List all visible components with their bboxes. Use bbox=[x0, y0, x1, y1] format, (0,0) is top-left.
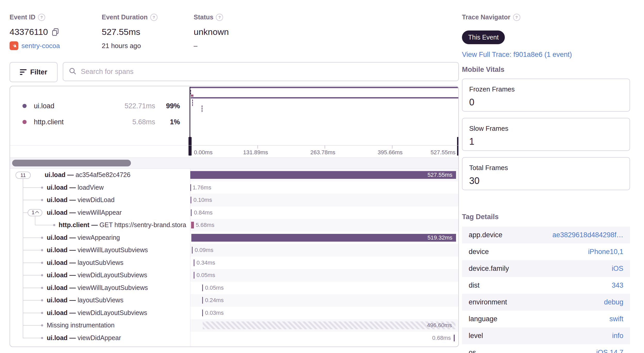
tag-value-link[interactable]: 343 bbox=[612, 281, 623, 289]
row-zebra bbox=[190, 244, 459, 257]
tag-details-heading: Tag Details bbox=[462, 213, 499, 221]
tree-connector bbox=[23, 212, 28, 213]
span-row-label[interactable]: ui.load — layoutSubViews bbox=[47, 259, 190, 266]
span-duration: 0.05ms bbox=[197, 272, 215, 279]
tag-value-link[interactable]: debug bbox=[604, 298, 623, 306]
vital-card-value: 1 bbox=[469, 136, 630, 147]
span-row-label[interactable]: ui.load — layoutSubViews bbox=[47, 296, 190, 304]
span-duration: 1.76ms bbox=[193, 184, 211, 191]
filter-button[interactable]: Filter bbox=[10, 62, 58, 82]
span-row-label[interactable]: ui.load — viewDidLoad bbox=[47, 196, 190, 204]
span-duration: 527.55ms bbox=[427, 172, 452, 178]
span-bar[interactable] bbox=[194, 272, 194, 279]
event-duration-value: 527.55ms bbox=[102, 27, 140, 37]
span-count-badge[interactable]: 11 bbox=[15, 172, 31, 179]
tag-row: device.familyiOS bbox=[462, 260, 630, 277]
span-duration: 0.09ms bbox=[195, 247, 213, 254]
span-row-label[interactable]: ui.load — ac354af5e82c4726 bbox=[45, 171, 189, 179]
tag-value-link[interactable]: iOS bbox=[612, 265, 623, 273]
row-zebra bbox=[190, 194, 459, 206]
vital-card: Total Frames30 bbox=[462, 157, 630, 190]
tree-connector bbox=[23, 288, 41, 288]
tag-row: app.deviceae3829618d484298f… bbox=[462, 227, 630, 243]
search-input[interactable] bbox=[80, 67, 453, 76]
span-row-label[interactable]: ui.load — viewDidLayoutSubviews bbox=[47, 271, 190, 279]
row-zebra bbox=[190, 269, 459, 282]
span-bar[interactable] bbox=[190, 171, 456, 179]
span-duration: 0.03ms bbox=[205, 310, 224, 316]
tag-value-link[interactable]: ae3829618d484298f… bbox=[552, 231, 623, 239]
search-icon bbox=[68, 67, 77, 76]
legend-op-name: ui.load bbox=[34, 102, 54, 110]
legend-op-percent: 1% bbox=[159, 118, 180, 126]
spans-waterfall-panel: 527.55ms1.76ms0.10ms0.84ms5.68ms519.32ms… bbox=[10, 86, 459, 347]
help-icon[interactable]: ? bbox=[150, 14, 158, 21]
tag-value-link[interactable]: info bbox=[612, 332, 623, 340]
tag-row: languageswift bbox=[462, 311, 630, 327]
span-row-label[interactable]: ui.load — loadView bbox=[47, 184, 190, 191]
span-bar[interactable] bbox=[454, 335, 455, 341]
minimap-span-mark bbox=[191, 97, 459, 98]
tag-row: deviceiPhone10,1 bbox=[462, 243, 630, 260]
tree-connector bbox=[23, 313, 41, 313]
tree-connector bbox=[23, 250, 41, 250]
legend-op-duration: 522.71ms bbox=[104, 102, 155, 110]
span-row-label[interactable]: ui.load — viewDidLayoutSubviews bbox=[47, 309, 190, 317]
tree-connector bbox=[23, 325, 41, 326]
span-bar[interactable] bbox=[194, 259, 194, 266]
tag-key: environment bbox=[469, 298, 507, 306]
tag-key: device.family bbox=[469, 265, 509, 273]
copy-icon[interactable] bbox=[52, 28, 59, 36]
minimap-span-mark bbox=[202, 105, 202, 107]
span-row-label[interactable]: Missing instrumentation bbox=[47, 321, 190, 329]
trace-navigator-label: Trace Navigator? bbox=[462, 13, 520, 21]
span-bar[interactable] bbox=[192, 247, 193, 254]
span-row-label[interactable]: ui.load — viewDidAppear bbox=[47, 334, 190, 342]
tag-key: device bbox=[469, 248, 489, 256]
tree-dot bbox=[41, 249, 43, 251]
span-bar[interactable] bbox=[191, 222, 194, 228]
tag-key: dist bbox=[469, 281, 480, 289]
axis-tick bbox=[325, 145, 325, 149]
tree-dot bbox=[41, 299, 43, 301]
help-icon[interactable]: ? bbox=[38, 14, 45, 21]
tag-details-table: app.deviceae3829618d484298f…deviceiPhone… bbox=[462, 227, 630, 353]
tree-connector bbox=[23, 187, 41, 188]
tag-key: language bbox=[469, 315, 497, 323]
minimap-right-handle[interactable] bbox=[458, 87, 459, 137]
span-bar[interactable] bbox=[202, 310, 203, 316]
view-full-trace-link[interactable]: View Full Trace: f901a8e6 (1 event) bbox=[462, 51, 572, 59]
event-id-label: Event ID? bbox=[10, 13, 45, 21]
span-row-label[interactable]: ui.load — viewAppearing bbox=[47, 234, 190, 241]
minimap-span-mark bbox=[190, 93, 191, 94]
help-icon[interactable]: ? bbox=[216, 14, 223, 21]
span-row-label[interactable]: ui.load — viewWillLayoutSubviews bbox=[47, 246, 190, 254]
project-link[interactable]: sentry-cocoa bbox=[21, 42, 60, 50]
span-row-label[interactable]: http.client — GET https://sentry-brand.s… bbox=[59, 221, 190, 229]
tree-connector bbox=[23, 300, 41, 301]
span-row-label[interactable]: ui.load — viewWillLayoutSubviews bbox=[47, 284, 190, 291]
tree-connector bbox=[23, 275, 41, 275]
span-duration: 0.10ms bbox=[193, 197, 212, 203]
span-row-label[interactable]: ui.load — viewWillAppear bbox=[47, 209, 190, 216]
span-bar[interactable] bbox=[191, 209, 192, 216]
span-bar[interactable] bbox=[202, 285, 203, 291]
mobile-vitals-heading: Mobile Vitals bbox=[462, 66, 505, 74]
span-bar[interactable] bbox=[191, 197, 191, 203]
axis-tick-label: 527.55ms bbox=[430, 149, 455, 156]
row-zebra bbox=[190, 294, 459, 307]
horizontal-scrollbar-thumb[interactable] bbox=[12, 160, 131, 166]
span-duration: 0.24ms bbox=[205, 297, 224, 304]
tree-dot bbox=[41, 274, 43, 276]
row-zebra bbox=[190, 219, 459, 232]
tag-value-link[interactable]: iPhone10,1 bbox=[588, 248, 623, 256]
tag-value-link[interactable]: iOS 14.7 bbox=[596, 349, 623, 353]
minimap-left-handle[interactable] bbox=[190, 87, 190, 137]
span-bar[interactable] bbox=[202, 297, 203, 304]
vital-card-title: Frozen Frames bbox=[469, 85, 630, 93]
span-bar[interactable] bbox=[203, 321, 455, 329]
span-bar[interactable] bbox=[191, 234, 456, 242]
tag-value-link[interactable]: swift bbox=[609, 315, 623, 323]
help-icon[interactable]: ? bbox=[513, 14, 520, 21]
span-collapse-badge[interactable]: 1 bbox=[28, 209, 42, 216]
